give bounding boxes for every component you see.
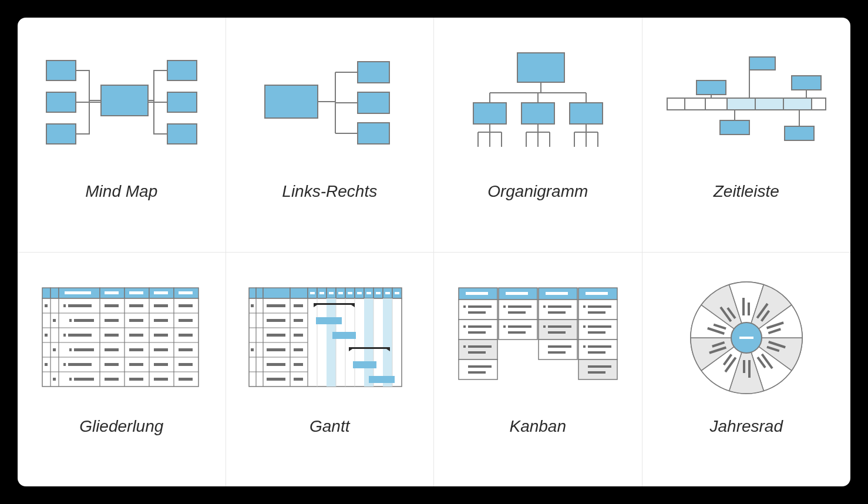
view-label-timeline: Zeitleiste: [714, 182, 779, 201]
svg-rect-180: [468, 305, 492, 308]
svg-rect-28: [785, 126, 814, 140]
svg-rect-231: [748, 303, 750, 315]
svg-rect-90: [129, 363, 143, 366]
svg-rect-63: [69, 319, 72, 322]
leftright-icon: [247, 41, 412, 164]
svg-rect-201: [548, 331, 566, 334]
svg-rect-205: [588, 305, 611, 308]
svg-rect-210: [583, 345, 586, 348]
view-label-gantt: Gantt: [309, 417, 349, 436]
svg-rect-64: [74, 319, 94, 322]
svg-rect-186: [468, 345, 492, 348]
svg-rect-55: [45, 304, 48, 307]
svg-rect-72: [74, 378, 94, 381]
svg-rect-208: [588, 325, 611, 328]
svg-rect-195: [508, 331, 526, 334]
svg-rect-237: [739, 337, 753, 339]
svg-rect-221: [743, 360, 745, 373]
svg-rect-65: [63, 334, 66, 337]
svg-rect-189: [468, 371, 486, 374]
svg-rect-173: [539, 320, 577, 340]
svg-rect-81: [105, 334, 119, 337]
svg-rect-3: [46, 124, 76, 144]
svg-rect-171: [499, 320, 537, 340]
svg-rect-132: [364, 298, 374, 387]
svg-rect-157: [369, 376, 395, 383]
svg-rect-6: [167, 124, 197, 144]
svg-rect-83: [154, 334, 168, 337]
view-label-mindmap: Mind Map: [85, 182, 157, 201]
svg-rect-172: [539, 300, 577, 320]
kanban-icon: [456, 276, 620, 399]
svg-rect-58: [53, 319, 56, 322]
mindmap-icon: [39, 41, 204, 164]
svg-rect-203: [548, 351, 566, 354]
svg-rect-75: [154, 304, 168, 307]
svg-rect-95: [154, 378, 168, 381]
gantt-icon: [247, 276, 412, 399]
svg-rect-39: [105, 291, 119, 294]
svg-rect-167: [459, 320, 497, 340]
view-cell-mindmap[interactable]: Mind Map: [18, 18, 226, 252]
view-cell-timeline[interactable]: Zeitleiste: [642, 18, 851, 252]
svg-rect-162: [466, 292, 488, 295]
svg-rect-1: [46, 61, 76, 80]
svg-rect-78: [129, 319, 143, 322]
svg-rect-190: [503, 305, 506, 308]
svg-rect-212: [588, 351, 605, 354]
svg-rect-87: [154, 348, 168, 351]
svg-rect-70: [68, 363, 92, 366]
svg-rect-100: [290, 288, 308, 298]
svg-rect-204: [583, 305, 586, 308]
svg-rect-168: [459, 340, 497, 359]
svg-rect-176: [578, 320, 617, 340]
svg-rect-42: [179, 291, 193, 294]
view-cell-orgchart[interactable]: Organigramm: [434, 18, 642, 252]
svg-rect-79: [154, 319, 168, 322]
svg-rect-40: [129, 291, 143, 294]
svg-rect-92: [179, 363, 193, 366]
svg-rect-96: [179, 378, 193, 381]
svg-rect-71: [69, 378, 72, 381]
svg-rect-182: [463, 325, 466, 328]
svg-rect-185: [463, 345, 466, 348]
svg-rect-73: [105, 304, 119, 307]
view-label-yearwheel: Jahresrad: [709, 417, 783, 436]
svg-rect-11: [517, 53, 564, 82]
svg-rect-143: [267, 319, 285, 322]
outline-icon: [39, 276, 204, 399]
svg-rect-62: [68, 304, 92, 307]
svg-rect-142: [294, 304, 303, 307]
view-label-orgchart: Organigramm: [487, 182, 588, 201]
view-cell-outline[interactable]: Gliederlung: [18, 252, 226, 486]
svg-rect-149: [294, 348, 303, 351]
svg-rect-153: [294, 378, 303, 381]
svg-rect-111: [310, 292, 315, 294]
svg-rect-207: [583, 325, 586, 328]
svg-rect-178: [578, 359, 617, 379]
svg-rect-145: [267, 334, 285, 337]
svg-rect-23: [697, 80, 726, 95]
svg-rect-97: [249, 288, 256, 298]
svg-rect-165: [586, 292, 608, 295]
svg-rect-174: [539, 340, 577, 359]
svg-rect-113: [329, 292, 334, 294]
svg-rect-41: [154, 291, 168, 294]
svg-rect-7: [265, 85, 318, 118]
svg-rect-188: [468, 365, 492, 368]
svg-rect-199: [543, 325, 546, 328]
svg-rect-141: [267, 304, 285, 307]
svg-rect-76: [179, 304, 193, 307]
view-type-grid: Mind Map Links-Rechts: [18, 18, 850, 486]
view-cell-leftright[interactable]: Links-Rechts: [226, 18, 435, 252]
timeline-icon: [664, 41, 829, 164]
view-cell-kanban[interactable]: Kanban: [434, 252, 642, 486]
svg-rect-88: [179, 348, 193, 351]
svg-rect-150: [267, 363, 285, 366]
svg-rect-175: [578, 300, 617, 320]
svg-rect-194: [508, 325, 531, 328]
svg-rect-196: [543, 305, 546, 308]
view-cell-gantt[interactable]: Gantt: [226, 252, 435, 486]
svg-rect-154: [316, 317, 342, 324]
view-cell-yearwheel[interactable]: Jahresrad: [642, 252, 851, 486]
